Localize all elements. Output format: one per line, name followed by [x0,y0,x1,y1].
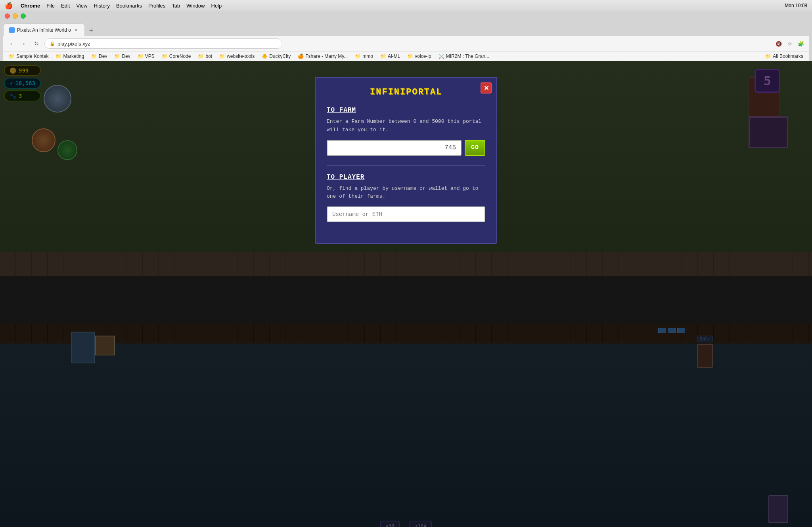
mute-icon[interactable]: 🔇 [774,39,783,48]
bookmark-label: Marketing [63,53,84,59]
extensions-icon[interactable]: 🧩 [796,39,806,48]
to-farm-title: TO FARM [327,107,485,114]
bookmark-label: Ai-ML [388,53,400,59]
toolbar-icons: 🔇 ☆ 🧩 [774,39,806,48]
bookmark-vps[interactable]: 📁 VPS [135,53,157,60]
folder-icon: 📁 [765,53,771,59]
folder-icon: 📁 [219,53,225,59]
bookmark-label: mmo [362,53,373,59]
to-farm-description: Enter a Farm Number between 0 and 5000 t… [327,118,485,134]
menu-help[interactable]: Help [211,3,222,9]
bookmark-label: CoreNode [169,53,191,59]
menu-items: File Edit View History Bookmarks Profile… [46,3,222,9]
bookmark-label: MIR2M : The Gran... [446,53,489,59]
modal-title: INFINIPORTAL [327,87,485,97]
refresh-button[interactable]: ↻ [32,39,41,48]
traffic-lights [5,13,26,19]
bookmarks-bar: 📁 Sample Kontak 📁 Marketing 📁 Dev 📁 Dev … [3,51,809,61]
bookmark-label: VPS [145,53,155,59]
tab-favicon [9,27,15,33]
address-text: play.pixels.xyz [57,41,90,47]
infiniportal-modal: ✕ INFINIPORTAL TO FARM Enter a Farm Numb… [315,77,497,244]
bookmark-bot[interactable]: 📁 bot [195,53,214,60]
bookmark-label: website-tools [227,53,255,59]
menubar: 🍎 Chrome File Edit View History Bookmark… [0,0,812,11]
farm-input-row: GO [327,140,485,156]
menu-view[interactable]: View [76,3,87,9]
bookmark-voice-ip[interactable]: 📁 voice-ip [405,53,433,60]
section-divider [327,165,485,166]
to-farm-section: TO FARM Enter a Farm Number between 0 an… [327,107,485,156]
menu-tab[interactable]: Tab [172,3,180,9]
close-window-button[interactable] [5,13,10,19]
menu-edit[interactable]: Edit [61,3,70,9]
new-tab-button[interactable]: + [86,25,97,36]
app-name[interactable]: Chrome [21,3,40,9]
folder-icon: 📁 [56,53,61,59]
bookmark-label: Dev [122,53,130,59]
folder-icon: ⚔️ [439,53,444,59]
bookmark-mmo[interactable]: 📁 mmo [352,53,375,60]
bookmark-website-tools[interactable]: 📁 website-tools [217,53,257,60]
folder-icon: 📁 [9,53,15,59]
star-icon[interactable]: ☆ [785,39,795,48]
apple-menu[interactable]: 🍎 [5,2,13,10]
bookmark-dev-2[interactable]: 📁 Dev [112,53,132,60]
minimize-window-button[interactable] [13,13,18,19]
player-search-input[interactable] [327,206,485,222]
menu-window[interactable]: Window [186,3,205,9]
folder-icon: 📁 [355,53,361,59]
bookmark-label: All Bookmarks [773,53,803,59]
go-button[interactable]: GO [465,140,485,156]
folder-icon: 📁 [114,53,120,59]
menu-profiles[interactable]: Profiles [148,3,165,9]
tab-close-button[interactable]: ✕ [73,27,79,33]
bookmark-label: DuckyCity [269,53,291,59]
bookmark-label: Sample Kontak [16,53,48,59]
bookmark-duckycity[interactable]: 🐥 DuckyCity [259,53,293,60]
folder-icon: 🐥 [262,53,268,59]
bookmark-ai-ml[interactable]: 📁 Ai-ML [378,53,402,60]
browser-chrome: Pixels: An Infinite World o ✕ + ‹ › ↻ 🔒 … [0,11,812,61]
bookmark-label: voice-ip [415,53,431,59]
to-player-title: TO PLAYER [327,174,485,181]
modal-overlay: ✕ INFINIPORTAL TO FARM Enter a Farm Numb… [0,61,812,527]
to-player-section: TO PLAYER Or, find a player by username … [327,174,485,223]
modal-close-button[interactable]: ✕ [481,82,492,94]
farm-number-input[interactable] [327,140,462,156]
menu-bookmarks[interactable]: Bookmarks [116,3,142,9]
menu-file[interactable]: File [46,3,55,9]
folder-icon: 📁 [407,53,413,59]
bookmark-dev-1[interactable]: 📁 Dev [89,53,109,60]
bookmark-all-bookmarks[interactable]: 📁 All Bookmarks [763,53,806,60]
bookmark-label: Fshare - Marry My... [305,53,348,59]
tab-title: Pixels: An Infinite World o [17,27,71,33]
folder-icon: 📁 [162,53,168,59]
bookmark-label: bot [205,53,212,59]
address-bar-row: ‹ › ↻ 🔒 play.pixels.xyz 🔇 ☆ 🧩 [3,36,809,51]
lock-icon: 🔒 [50,41,55,46]
menubar-right: Mon 10:08 [785,3,807,8]
game-area: Dale x90 x104 🟡 999 ⚡ 10,583 🐾 3 5 [0,61,812,527]
bookmark-fshare[interactable]: 🍊 Fshare - Marry My... [295,53,350,60]
back-button[interactable]: ‹ [6,39,16,48]
menu-time: Mon 10:08 [785,3,807,8]
to-player-description: Or, find a player by username or wallet … [327,185,485,201]
folder-icon: 📁 [380,53,386,59]
bookmark-mir2m[interactable]: ⚔️ MIR2M : The Gran... [436,53,492,60]
bookmark-sample-kontak[interactable]: 📁 Sample Kontak [6,53,51,60]
bookmark-marketing[interactable]: 📁 Marketing [53,53,86,60]
folder-icon: 📁 [138,53,144,59]
menu-history[interactable]: History [94,3,109,9]
bookmark-label: Dev [99,53,107,59]
active-tab[interactable]: Pixels: An Infinite World o ✕ [3,23,85,36]
bookmark-corenode[interactable]: 📁 CoreNode [159,53,193,60]
folder-icon: 🍊 [298,53,304,59]
tab-bar: Pixels: An Infinite World o ✕ + [3,23,809,36]
folder-icon: 📁 [91,53,97,59]
fullscreen-window-button[interactable] [21,13,26,19]
address-bar[interactable]: 🔒 play.pixels.xyz [44,38,282,49]
folder-icon: 📁 [198,53,204,59]
forward-button[interactable]: › [19,39,29,48]
